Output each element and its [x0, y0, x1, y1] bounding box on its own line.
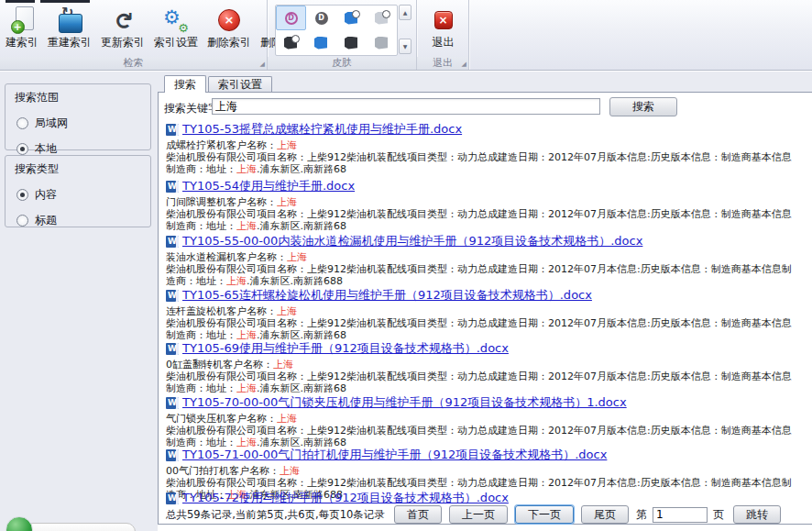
- ribbon-group-skin: D D ▲ ▼ 皮肤: [268, 0, 417, 70]
- result-title-link[interactable]: TY105-70-00-00气门锁夹压机使用与维护手册（912项目设备技术规格书…: [182, 394, 627, 411]
- ribbon-group-index-footer: 检索 ◢: [0, 57, 267, 70]
- skin-option-pink-circle[interactable]: D: [276, 6, 306, 30]
- index-settings-label: 索引设置: [154, 36, 198, 50]
- skin-option-dark-circle[interactable]: D: [306, 6, 336, 30]
- skin-circle-d-icon: D: [315, 12, 328, 25]
- search-scope-groupbox: 搜索范围 局域网 本地: [5, 83, 151, 150]
- result-snippet: 0缸盖翻转机客户名称：上海 柴油机股份有限公司项目名称：上柴912柴油机装配线项…: [166, 359, 808, 394]
- skin-option-dark-office[interactable]: [336, 30, 367, 55]
- search-input[interactable]: [212, 98, 600, 115]
- exit-label: 退出: [433, 36, 455, 50]
- radio-title[interactable]: 标题: [16, 213, 150, 228]
- word-doc-icon: W: [166, 290, 179, 302]
- radio-unchecked-icon: [16, 215, 28, 227]
- ribbon-group-exit-title: 退出: [433, 57, 453, 69]
- floating-pill[interactable]: [24, 523, 136, 531]
- radio-checked-icon: [16, 189, 28, 201]
- highlight-keyword: 上海: [236, 163, 257, 175]
- ribbon-group-index-title: 检索: [124, 57, 144, 69]
- scroll-down-icon[interactable]: ▼: [399, 39, 411, 54]
- result-title-link[interactable]: TY105-53摇臂总成螺栓拧紧机使用与维护手册.docx: [182, 121, 462, 138]
- office-clock-icon: [284, 37, 298, 50]
- highlight-keyword: 上海: [277, 413, 297, 425]
- prev-page-button[interactable]: 上一页: [449, 505, 508, 524]
- word-doc-icon: W: [166, 236, 179, 248]
- index-settings-button[interactable]: ⚙⚙ 索引设置: [149, 3, 203, 60]
- dialog-launcher-icon[interactable]: ◢: [462, 61, 466, 68]
- ribbon-group-exit: × 退出 退出 ◢: [417, 0, 469, 70]
- client-area: 搜索范围 局域网 本地 搜索类型 内容 标题 搜索 索引设置: [0, 72, 812, 531]
- tab-search[interactable]: 搜索: [164, 75, 206, 93]
- window-chrome-fragment: [5, 0, 35, 3]
- app-window: + 建索引 ↻ 重建索引 ↻ 更新索引 ⚙⚙ 索引设置 × 删除索引: [0, 0, 812, 531]
- highlight-keyword: 上海: [280, 465, 300, 477]
- page-number-input[interactable]: [653, 507, 708, 523]
- skin-gallery: D D: [275, 5, 398, 56]
- search-keyword-label: 搜索关键字: [164, 101, 219, 116]
- first-page-button[interactable]: 首页: [394, 505, 442, 524]
- search-result: W TY105-72使用与维护手册（912项目设备技术规格书）.docx: [166, 491, 808, 505]
- result-title-link[interactable]: TY105-69使用与维护手册（912项目设备技术规格书）.docx: [182, 340, 509, 357]
- office-logo-icon: [345, 37, 358, 50]
- office-clock-icon: [345, 12, 358, 25]
- create-index-label: 建索引: [5, 36, 38, 50]
- pagination-bar: 总共59条记录,当前第5页,共6页,每页10条记录 首页 上一页 下一页 尾页 …: [166, 504, 808, 525]
- search-type-groupbox: 搜索类型 内容 标题: [5, 155, 151, 227]
- delete-index-label: 删除索引: [207, 36, 251, 50]
- dialog-launcher-icon[interactable]: ◢: [260, 61, 265, 68]
- ribbon-group-skin-title: 皮肤: [332, 57, 352, 69]
- word-doc-icon: W: [166, 397, 179, 409]
- highlight-keyword: 上海: [236, 382, 257, 394]
- search-button[interactable]: 搜索: [609, 97, 677, 116]
- window-chrome-fragment: [40, 0, 90, 3]
- highlight-keyword: 上海: [277, 139, 297, 151]
- result-snippet: 连杆盖旋松机客户名称：上海 柴油机股份有限公司项目名称：上柴912柴油机装配线项…: [166, 305, 808, 341]
- result-title-link[interactable]: TY105-54使用与维护手册.docx: [182, 178, 355, 194]
- create-index-button[interactable]: + 建索引: [1, 3, 43, 60]
- radio-content[interactable]: 内容: [16, 187, 150, 203]
- office-logo-icon: [375, 37, 389, 50]
- search-result: W TY105-55-00-00内装油水道检漏机使用与维护手册（912项目设备技…: [166, 234, 808, 287]
- next-page-button[interactable]: 下一页: [515, 505, 574, 524]
- skin-option-blue-clock[interactable]: [336, 6, 367, 30]
- ribbon-group-index: + 建索引 ↻ 重建索引 ↻ 更新索引 ⚙⚙ 索引设置 × 删除索引: [0, 0, 268, 70]
- highlight-keyword: 上海: [226, 275, 247, 287]
- green-orb-button[interactable]: [5, 516, 33, 531]
- bottom-strip: [158, 525, 812, 531]
- rebuild-index-button[interactable]: ↻ 重建索引: [43, 3, 96, 60]
- radio-checked-icon: [16, 143, 28, 155]
- word-doc-icon: W: [166, 449, 179, 461]
- jump-button[interactable]: 跳转: [733, 505, 781, 524]
- skin-gallery-scroll: ▲ ▼: [399, 5, 411, 54]
- delete-index-button[interactable]: × 删除索引: [203, 3, 256, 60]
- update-index-label: 更新索引: [101, 36, 145, 50]
- skin-option-light-clock[interactable]: [367, 6, 397, 30]
- result-snippet: 气门锁夹压机客户名称：上海 柴油机股份有限公司项目名称：上柴912柴油机装配线项…: [166, 413, 808, 448]
- skin-option-dark-clock[interactable]: [276, 30, 306, 55]
- highlight-keyword: 上海: [277, 305, 297, 317]
- radio-lan-label: 局域网: [35, 116, 68, 131]
- ribbon: + 建索引 ↻ 重建索引 ↻ 更新索引 ⚙⚙ 索引设置 × 删除索引: [0, 0, 812, 71]
- word-doc-icon: W: [166, 124, 179, 136]
- office-clock-icon: [375, 12, 389, 25]
- search-result: W TY105-70-00-00气门锁夹压机使用与维护手册（912项目设备技术规…: [166, 395, 808, 448]
- result-title-link[interactable]: TY105-65连杆螺栓旋松机使用与维护手册（912项目设备技术规格书）.doc…: [182, 287, 592, 304]
- result-snippet: 装油水道检漏机客户名称：上海 柴油机股份有限公司项目名称：上柴912柴油机装配线…: [166, 251, 808, 287]
- last-page-button[interactable]: 尾页: [581, 505, 629, 524]
- search-result: W TY105-69使用与维护手册（912项目设备技术规格书）.docx 0缸盖…: [166, 341, 808, 394]
- word-doc-icon: W: [166, 492, 179, 504]
- tab-index-settings[interactable]: 索引设置: [208, 76, 272, 92]
- scroll-up-icon[interactable]: ▲: [399, 5, 411, 20]
- radio-lan[interactable]: 局域网: [16, 116, 150, 131]
- skin-option-blue-office[interactable]: [306, 30, 336, 55]
- exit-button[interactable]: × 退出: [428, 3, 459, 60]
- result-title-link[interactable]: TY105-71-00-00气门拍打机使用与维护手册（912项目设备技术规格书）…: [182, 447, 607, 463]
- radio-title-label: 标题: [35, 213, 57, 228]
- update-index-button[interactable]: ↻ 更新索引: [96, 3, 149, 60]
- delete-circle-icon: ×: [218, 9, 240, 31]
- ribbon-empty-space: [469, 0, 812, 70]
- result-title-link[interactable]: TY105-55-00-00内装油水道检漏机使用与维护手册（912项目设备技术规…: [182, 233, 642, 249]
- skin-option-gray-office[interactable]: [367, 30, 397, 55]
- page-prefix-label: 第: [636, 507, 647, 523]
- highlight-keyword: 上海: [287, 251, 307, 263]
